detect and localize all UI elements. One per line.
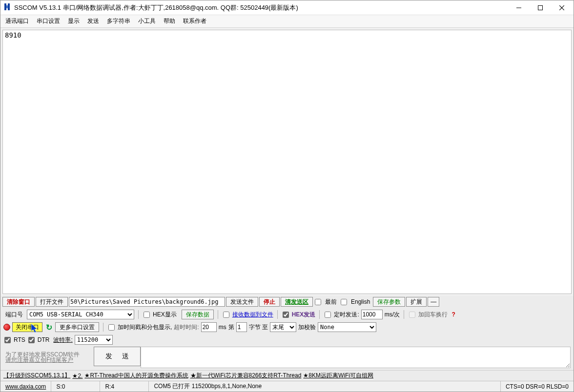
- site-link[interactable]: www.daxia.com: [0, 381, 51, 392]
- menu-display[interactable]: 显示: [68, 17, 80, 25]
- extend-button[interactable]: 扩展: [406, 297, 427, 307]
- recv-to-file-label[interactable]: 接收数据到文件: [232, 311, 273, 319]
- save-data-button[interactable]: 保存数据: [182, 310, 214, 319]
- config-panel: 端口号 COM5 USB-SERIAL CH340 HEX显示 保存数据 接收数…: [0, 308, 574, 370]
- recv-to-file-checkbox[interactable]: [223, 312, 229, 318]
- menu-bar: 通讯端口 串口设置 显示 发送 多字符串 小工具 帮助 联系作者: [0, 15, 574, 28]
- svg-rect-4: [538, 5, 543, 10]
- dtr-label: DTR: [38, 336, 50, 343]
- timeout-label: 超时时间:: [174, 323, 199, 332]
- status-port: COM5 已打开 115200bps,8,1,None,None: [149, 381, 501, 392]
- stop-button[interactable]: 停止: [259, 297, 280, 307]
- status-signals: CTS=0 DSR=0 RLSD=0: [501, 381, 574, 392]
- timed-send-interval-input[interactable]: [361, 310, 383, 319]
- config-row-port: 端口号 COM5 USB-SERIAL CH340 HEX显示 保存数据 接收数…: [3, 309, 571, 320]
- wifi-link[interactable]: ★新一代WiFi芯片兼容8266支持RT-Thread: [190, 372, 302, 380]
- byte-to-label: 字节 至: [249, 323, 268, 332]
- rts-label: RTS: [14, 336, 25, 343]
- status-r: R:4: [100, 381, 149, 392]
- status-bar: www.daxia.com S:0 R:4 COM5 已打开 115200bps…: [0, 381, 574, 392]
- open-port-button[interactable]: 关闭串口: [12, 322, 42, 332]
- topmost-label: 最前: [325, 298, 337, 306]
- top-toolbar: 清除窗口 打开文件 发送文件 停止 清发送区 最前 English 保存参数 扩…: [0, 296, 574, 308]
- receive-textarea[interactable]: 8910: [2, 30, 572, 294]
- port-select[interactable]: COM5 USB-SERIAL CH340: [27, 310, 134, 319]
- promo-register-link[interactable]: 请您注册嘉立创F结尾客户: [5, 357, 92, 363]
- add-crlf-label: 加回车换行: [418, 311, 448, 319]
- save-params-button[interactable]: 保存参数: [373, 297, 405, 307]
- menu-multistring[interactable]: 多字符串: [107, 17, 130, 25]
- first-byte-input[interactable]: [236, 322, 247, 332]
- timed-send-checkbox[interactable]: [325, 312, 331, 318]
- baud-select[interactable]: 115200: [75, 335, 113, 345]
- svg-rect-0: [4, 3, 6, 10]
- menu-help[interactable]: 帮助: [164, 17, 175, 25]
- menu-comm-port[interactable]: 通讯端口: [5, 17, 29, 25]
- timeout-input[interactable]: [201, 322, 217, 332]
- hex-display-label: HEX显示: [153, 311, 177, 319]
- km8-link[interactable]: ★8KM远距离WiFi可自组网: [303, 372, 373, 380]
- more-serial-settings-button[interactable]: 更多串口设置: [55, 322, 99, 332]
- timed-send-unit: ms/次: [385, 311, 400, 319]
- baud-label[interactable]: 波特率:: [53, 336, 72, 344]
- refresh-icon[interactable]: ↻: [44, 323, 53, 332]
- file-path-input[interactable]: [69, 297, 225, 307]
- menu-serial-settings[interactable]: 串口设置: [37, 17, 60, 25]
- upgrade-link[interactable]: 【升级到SSCOM5.13.1】: [3, 372, 70, 380]
- add-crlf-checkbox[interactable]: [409, 312, 415, 318]
- window-title: SSCOM V5.13.1 串口/网络数据调试器,作者:大虾丁丁,2618058…: [14, 3, 508, 12]
- menu-send[interactable]: 发送: [87, 17, 99, 25]
- status-s: S:0: [51, 381, 100, 392]
- timeout-unit: ms: [219, 324, 226, 331]
- app-icon: [3, 3, 11, 12]
- send-button[interactable]: 发 送: [94, 347, 141, 366]
- hex-send-label: HEX发送: [292, 311, 316, 319]
- svg-rect-1: [8, 3, 10, 10]
- rtthread-link[interactable]: ★RT-Thread中国人的开源免费操作系统: [84, 372, 188, 380]
- english-label: English: [351, 298, 370, 305]
- ad-bar: 【升级到SSCOM5.13.1】 ★2. ★RT-Thread中国人的开源免费操…: [0, 370, 574, 381]
- send-row: 为了更好地发展SSCOM软件 请您注册嘉立创F结尾客户 发 送: [3, 347, 571, 368]
- checksum-select[interactable]: None: [318, 322, 376, 332]
- first-label: 第: [228, 323, 234, 332]
- timed-send-label: 定时发送:: [334, 311, 359, 319]
- help-icon[interactable]: ?: [450, 311, 457, 318]
- send-input[interactable]: [141, 347, 571, 368]
- title-bar: SSCOM V5.13.1 串口/网络数据调试器,作者:大虾丁丁,2618058…: [0, 0, 574, 15]
- timestamp-checkbox[interactable]: [108, 324, 115, 331]
- minimize-button[interactable]: [508, 1, 530, 15]
- maximize-button[interactable]: [530, 1, 551, 15]
- svg-rect-2: [6, 5, 8, 8]
- menu-tools[interactable]: 小工具: [138, 17, 156, 25]
- english-checkbox[interactable]: [341, 299, 347, 305]
- send-file-button[interactable]: 发送文件: [226, 297, 258, 307]
- timestamp-label: 加时间戳和分包显示,: [118, 323, 172, 332]
- promo-text: 为了更好地发展SSCOM软件 请您注册嘉立创F结尾客户: [3, 347, 94, 368]
- dtr-checkbox[interactable]: [28, 337, 35, 343]
- port-label: 端口号: [5, 311, 23, 319]
- hex-display-checkbox[interactable]: [144, 312, 150, 318]
- star2-link[interactable]: ★2.: [72, 372, 82, 379]
- tail-select[interactable]: 末尾: [270, 322, 296, 332]
- rts-checkbox[interactable]: [4, 337, 11, 343]
- clear-send-area-button[interactable]: 清发送区: [281, 297, 313, 307]
- open-file-button[interactable]: 打开文件: [36, 297, 68, 307]
- close-button[interactable]: [551, 1, 573, 15]
- add-check-label: 加校验: [298, 323, 316, 332]
- topmost-checkbox[interactable]: [315, 299, 321, 305]
- config-row-open: 关闭串口 ↻ 更多串口设置 加时间戳和分包显示, 超时时间: ms 第 字节 至…: [3, 321, 571, 333]
- hex-send-checkbox[interactable]: [283, 312, 289, 318]
- menu-contact[interactable]: 联系作者: [183, 17, 206, 25]
- config-row-baud: RTS DTR 波特率: 115200: [3, 334, 571, 346]
- collapse-button[interactable]: —: [428, 297, 439, 307]
- port-led-icon: [3, 324, 10, 331]
- clear-window-button[interactable]: 清除窗口: [2, 297, 35, 307]
